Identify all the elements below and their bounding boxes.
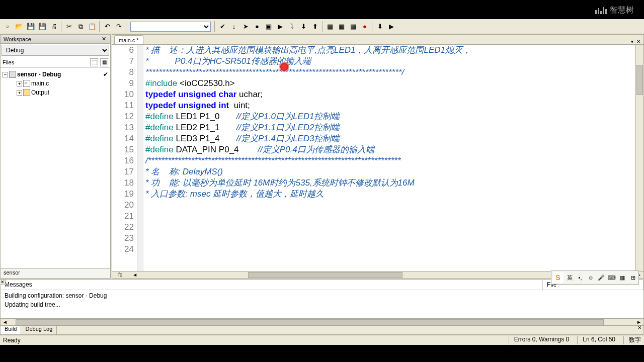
print-button[interactable]: 🖨 — [48, 21, 59, 32]
toolbar-combo[interactable] — [130, 22, 211, 32]
file-tree: − sensor - Debug ✔ +main.c+Output — [1, 68, 110, 268]
ws-icon-2[interactable]: ▦ — [100, 58, 108, 66]
grid1-button[interactable]: ▦ — [325, 21, 336, 32]
step-out-button[interactable]: ⬆ — [309, 21, 320, 32]
step-over-button[interactable]: ⤵ — [286, 21, 297, 32]
msg-hscroll[interactable] — [16, 319, 634, 325]
arrow-down-button[interactable]: ↓ — [228, 21, 239, 32]
expand-icon[interactable]: − — [3, 72, 8, 77]
redo-button[interactable]: ↷ — [113, 21, 124, 32]
fold-icon — [23, 89, 30, 96]
box-button[interactable]: ▣ — [263, 21, 274, 32]
workspace-close-icon[interactable]: ✕ — [100, 36, 107, 43]
messages-col-header: Messages — [1, 280, 543, 290]
save-all-button[interactable]: 💾 — [37, 21, 48, 32]
messages-panel: ✕ Messages File Building configuration: … — [0, 280, 644, 335]
ime-punct-icon[interactable]: •, — [576, 273, 585, 282]
copy-button[interactable]: ⧉ — [75, 21, 86, 32]
tab-dropdown-icon[interactable]: ▾ — [630, 39, 634, 44]
check-icon: ✔ — [103, 71, 108, 78]
new-file-button[interactable]: ▫ — [2, 21, 13, 32]
c-icon — [23, 80, 30, 87]
status-position: Ln 6, Col 50 — [577, 336, 615, 344]
ime-menu-icon[interactable]: ⊞ — [628, 273, 637, 282]
fold-gutter — [137, 45, 143, 271]
editor-panel: main.c * ▾ ✕ 678910111213141516171819202… — [112, 34, 644, 279]
project-icon — [9, 71, 16, 78]
expand-icon[interactable]: + — [17, 81, 22, 86]
code-editor[interactable]: 6789101112131415161718192021222324 * 描 述… — [112, 45, 643, 271]
ime-emoji-icon[interactable]: ☺ — [586, 273, 595, 282]
undo-button[interactable]: ↶ — [102, 21, 113, 32]
project-node[interactable]: − sensor - Debug ✔ — [3, 70, 108, 79]
build-tab[interactable]: Build — [1, 326, 21, 334]
ide-window: ▫📂💾💾🖨✂⧉📋↶↷✔↓➤●▣▶⤵⬇⬆▦▦▦●⬇▶ Workspace ✕ De… — [0, 19, 644, 345]
status-mode: 数字 — [623, 336, 641, 344]
down-script-button[interactable]: ⬇ — [374, 21, 385, 32]
config-select[interactable]: Debug — [2, 45, 109, 56]
tree-item[interactable]: +Output — [3, 88, 108, 97]
ime-skin-icon[interactable]: ▦ — [618, 273, 627, 282]
step-into-button[interactable]: ⬇ — [298, 21, 309, 32]
messages-body[interactable]: Building configuration: sensor - DebugUp… — [1, 290, 643, 318]
workspace-footer: sensor — [1, 268, 110, 278]
check-button[interactable]: ✔ — [217, 21, 228, 32]
status-errors: Errors 0, Warnings 0 — [509, 336, 570, 344]
brand-logo: 智慧树 — [595, 5, 634, 16]
ime-logo-icon[interactable]: S — [552, 272, 564, 283]
debug-log-tab[interactable]: Debug Log — [21, 326, 57, 334]
status-bar: Ready Errors 0, Warnings 0 Ln 6, Col 50 … — [0, 335, 644, 345]
record-button[interactable]: ● — [359, 21, 370, 32]
status-ready: Ready — [3, 337, 21, 344]
ime-lang[interactable]: 英 — [565, 273, 574, 282]
save-button[interactable]: 💾 — [25, 21, 36, 32]
main-toolbar: ▫📂💾💾🖨✂⧉📋↶↷✔↓➤●▣▶⤵⬇⬆▦▦▦●⬇▶ — [0, 19, 644, 34]
pointer-button[interactable]: ➤ — [240, 21, 251, 32]
run-script-button[interactable]: ▶ — [386, 21, 397, 32]
file-tab[interactable]: main.c * — [114, 35, 143, 44]
ime-keyboard-icon[interactable]: ⌨ — [607, 273, 616, 282]
msg-tabs-close-icon[interactable]: ✕ — [637, 325, 641, 330]
grid2-button[interactable]: ▦ — [336, 21, 347, 32]
tree-item[interactable]: +main.c — [3, 79, 108, 88]
breakpoint-toggle-button[interactable]: ● — [252, 21, 263, 32]
vertical-scrollbar[interactable] — [635, 45, 643, 271]
cut-button[interactable]: ✂ — [63, 21, 74, 32]
workspace-title: Workspace — [4, 36, 31, 42]
ime-toolbar[interactable]: S 英 •, ☺ 🎤 ⌨ ▦ ⊞ — [551, 270, 639, 285]
open-button[interactable]: 📂 — [14, 21, 25, 32]
ws-icon-1[interactable]: ⬚ — [90, 58, 98, 66]
play-button[interactable]: ▶ — [275, 21, 286, 32]
grid3-button[interactable]: ▦ — [348, 21, 359, 32]
paste-button[interactable]: 📋 — [87, 21, 98, 32]
tab-close-icon[interactable]: ✕ — [635, 39, 641, 44]
expand-icon[interactable]: + — [17, 90, 22, 96]
line-gutter: 6789101112131415161718192021222324 — [112, 45, 137, 271]
files-header: Files — [3, 59, 14, 65]
workspace-panel: Workspace ✕ Debug Files ⬚ ▦ − sensor - D… — [0, 34, 111, 279]
cursor-highlight — [279, 62, 289, 72]
messages-close-icon[interactable]: ✕ — [0, 279, 6, 285]
ime-voice-icon[interactable]: 🎤 — [597, 273, 606, 282]
